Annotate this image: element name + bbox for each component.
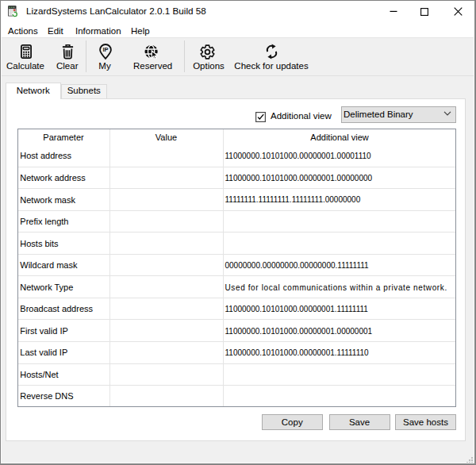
svg-text:IP: IP — [102, 46, 108, 53]
